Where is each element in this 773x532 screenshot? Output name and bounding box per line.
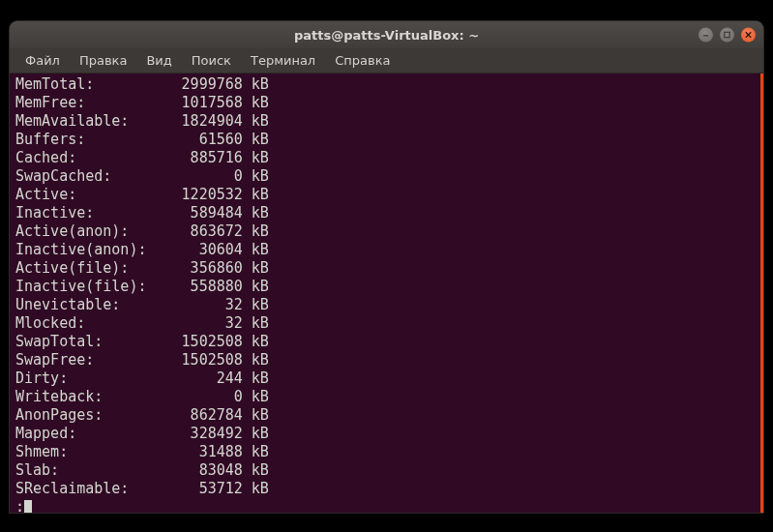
menubar: Файл Правка Вид Поиск Терминал Справка (10, 48, 763, 74)
window-title: patts@patts-VirtualBox: ~ (294, 28, 479, 43)
terminal-window: patts@patts-VirtualBox: ~ Файл Правка Ви… (10, 21, 763, 513)
meminfo-line: Writeback: 0 kB (15, 388, 755, 406)
meminfo-line: Active(anon): 863672 kB (15, 222, 755, 241)
pager-prompt[interactable]: : (15, 498, 755, 513)
menu-file[interactable]: Файл (17, 51, 68, 70)
menu-help[interactable]: Справка (327, 51, 398, 70)
menu-edit[interactable]: Правка (72, 51, 134, 70)
meminfo-line: Inactive(file): 558880 kB (15, 278, 755, 296)
meminfo-line: Active: 1220532 kB (15, 186, 755, 204)
meminfo-line: Shmem: 31488 kB (15, 443, 755, 461)
meminfo-line: SwapTotal: 1502508 kB (15, 333, 755, 351)
prompt-char: : (15, 498, 24, 513)
titlebar: patts@patts-VirtualBox: ~ (10, 21, 763, 48)
svg-rect-1 (725, 32, 729, 37)
maximize-icon (723, 31, 731, 40)
meminfo-line: Mlocked: 32 kB (15, 314, 755, 333)
meminfo-line: Buffers: 61560 kB (15, 131, 755, 149)
meminfo-line: MemFree: 1017568 kB (15, 94, 755, 112)
meminfo-line: Dirty: 244 kB (15, 369, 755, 388)
minimize-icon (701, 31, 710, 40)
meminfo-line: AnonPages: 862784 kB (15, 406, 755, 425)
meminfo-line: Active(file): 356860 kB (15, 259, 755, 278)
close-icon (744, 31, 753, 40)
meminfo-line: Inactive(anon): 30604 kB (15, 241, 755, 259)
meminfo-line: SReclaimable: 53712 kB (15, 480, 755, 498)
minimize-button[interactable] (699, 28, 713, 43)
terminal-area[interactable]: MemTotal: 2999768 kBMemFree: 1017568 kBM… (10, 74, 763, 513)
meminfo-line: MemAvailable: 1824904 kB (15, 112, 755, 131)
meminfo-line: MemTotal: 2999768 kB (15, 75, 755, 94)
cursor (24, 500, 32, 513)
meminfo-line: Mapped: 328492 kB (15, 425, 755, 443)
menu-search[interactable]: Поиск (184, 51, 239, 70)
window-controls (699, 28, 756, 43)
meminfo-line: Cached: 885716 kB (15, 149, 755, 167)
meminfo-line: SwapCached: 0 kB (15, 167, 755, 186)
maximize-button[interactable] (720, 28, 734, 43)
menu-terminal[interactable]: Терминал (243, 51, 323, 70)
meminfo-line: Slab: 83048 kB (15, 461, 755, 480)
meminfo-line: Inactive: 589484 kB (15, 204, 755, 222)
close-button[interactable] (741, 28, 756, 43)
meminfo-line: Unevictable: 32 kB (15, 296, 755, 314)
meminfo-line: SwapFree: 1502508 kB (15, 351, 755, 369)
menu-view[interactable]: Вид (138, 51, 179, 70)
